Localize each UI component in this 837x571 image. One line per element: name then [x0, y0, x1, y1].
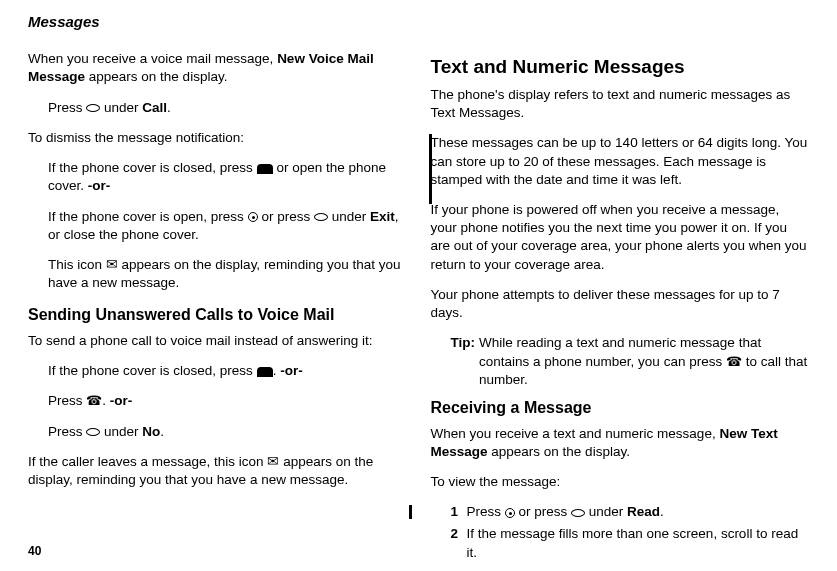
paragraph: The phone's display refers to text and n… — [431, 86, 810, 122]
content-columns: When you receive a voice mail message, N… — [28, 50, 809, 566]
text: This icon — [48, 257, 106, 272]
change-bar — [409, 505, 412, 519]
left-column: When you receive a voice mail message, N… — [28, 50, 407, 566]
text-bold: Exit — [370, 209, 395, 224]
paragraph: To view the message: — [431, 473, 810, 491]
text: . — [273, 363, 281, 378]
text: If the message fills more than one scree… — [467, 525, 810, 561]
text: under — [585, 504, 627, 519]
step: This icon ✉ appears on the display, remi… — [28, 256, 407, 292]
paragraph: If the caller leaves a message, this ico… — [28, 453, 407, 489]
text: . — [102, 393, 110, 408]
end-call-icon: ☎ — [86, 393, 102, 408]
paragraph: Your phone attempts to deliver these mes… — [431, 286, 810, 322]
text-bold: Call — [142, 100, 167, 115]
step: If the phone cover is open, press or pre… — [28, 208, 407, 244]
subheading: Sending Unanswered Calls to Voice Mail — [28, 304, 407, 326]
text: . — [167, 100, 171, 115]
text: While reading a text and numeric message… — [479, 335, 761, 368]
text: If the caller leaves a message, this ico… — [28, 454, 267, 469]
section-header: Messages — [28, 12, 809, 32]
paragraph: If your phone is powered off when you re… — [431, 201, 810, 274]
cover-button-icon — [257, 367, 273, 377]
text: under — [100, 424, 142, 439]
text: . — [160, 424, 164, 439]
tip-label: Tip: — [451, 334, 476, 389]
text: Press — [48, 393, 86, 408]
heading: Text and Numeric Messages — [431, 54, 810, 80]
text: If the phone cover is open, press — [48, 209, 248, 224]
step: If the phone cover is closed, press . -o… — [28, 362, 407, 380]
text: or press — [258, 209, 314, 224]
list-item: 2 If the message fills more than one scr… — [451, 525, 810, 561]
text-bold: -or- — [88, 178, 111, 193]
paragraph: These messages can be up to 140 letters … — [431, 134, 810, 189]
text: If the phone cover is closed, press — [48, 160, 257, 175]
step: Press ☎. -or- — [28, 392, 407, 410]
tip: Tip: While reading a text and numeric me… — [431, 334, 810, 389]
text: Press — [48, 424, 86, 439]
paragraph: When you receive a text and numeric mess… — [431, 425, 810, 461]
text: When you receive a voice mail message, — [28, 51, 277, 66]
step: Press under No. — [28, 423, 407, 441]
text-bold: -or- — [280, 363, 303, 378]
step: Press under Call. — [28, 99, 407, 117]
paragraph: When you receive a voice mail message, N… — [28, 50, 407, 86]
page-number: 40 — [28, 543, 41, 559]
subheading: Receiving a Message — [431, 397, 810, 419]
voicemail-icon: ✉ — [267, 454, 279, 469]
text-bold: -or- — [110, 393, 133, 408]
paragraph: To send a phone call to voice mail inste… — [28, 332, 407, 350]
text: or press — [515, 504, 571, 519]
text: appears on the display. — [488, 444, 630, 459]
step-number: 2 — [451, 525, 467, 561]
text: appears on the display. — [85, 69, 227, 84]
voicemail-icon: ✉ — [106, 257, 118, 272]
step-number: 1 — [451, 503, 467, 521]
softkey-icon — [314, 213, 328, 221]
text: . — [660, 504, 664, 519]
text: Press — [48, 100, 86, 115]
text: If the phone cover is closed, press — [48, 363, 257, 378]
ok-button-icon — [505, 508, 515, 518]
softkey-icon — [86, 104, 100, 112]
paragraph: To dismiss the message notification: — [28, 129, 407, 147]
right-column: Text and Numeric Messages The phone's di… — [431, 50, 810, 566]
change-bar — [429, 134, 432, 204]
text: When you receive a text and numeric mess… — [431, 426, 720, 441]
list-item: 1 Press or press under Read. — [451, 503, 810, 521]
softkey-icon — [86, 428, 100, 436]
text: under — [100, 100, 142, 115]
ok-button-icon — [248, 212, 258, 222]
text: under — [328, 209, 370, 224]
ordered-list: 1 Press or press under Read. 2 If the me… — [431, 503, 810, 562]
tip-body: While reading a text and numeric message… — [479, 334, 809, 389]
call-icon: ☎ — [726, 354, 742, 369]
text-bold: Read — [627, 504, 660, 519]
text-bold: No — [142, 424, 160, 439]
softkey-icon — [571, 509, 585, 517]
text: Press — [467, 504, 505, 519]
cover-button-icon — [257, 164, 273, 174]
step: If the phone cover is closed, press or o… — [28, 159, 407, 195]
